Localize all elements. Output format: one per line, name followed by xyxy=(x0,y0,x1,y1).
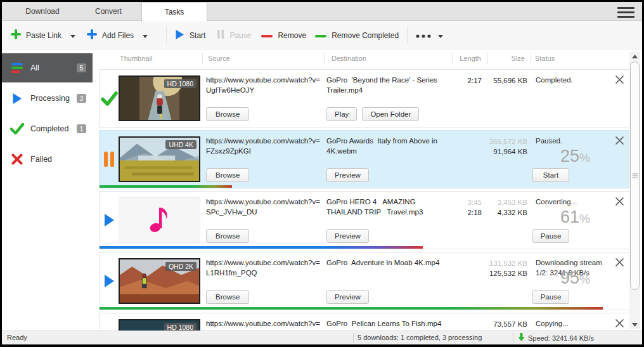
status-bar: Ready 5 downloads: 1 completed, 3 proces… xyxy=(2,331,642,344)
size-cell: 131,532 KB125,532 KB xyxy=(480,258,527,278)
column-header-length: Length xyxy=(444,55,481,62)
check-icon xyxy=(100,70,119,127)
divider xyxy=(407,27,408,44)
main-area: All 5 Processing 3 Completed 1 Failed Th… xyxy=(2,50,642,331)
close-icon[interactable] xyxy=(614,75,625,86)
close-icon[interactable] xyxy=(614,136,625,147)
status-text: Converting... xyxy=(536,197,614,207)
destination-actions: PlayOpen Folder xyxy=(326,107,419,121)
chevron-down-icon[interactable] xyxy=(143,31,148,40)
destination-filename: GoPro Awards Italy from Above in 4K.webm xyxy=(326,136,451,156)
chevron-down-icon xyxy=(438,31,443,40)
more-menu-button[interactable] xyxy=(416,31,443,40)
size-cell: 55,696 KB xyxy=(480,75,527,86)
browse-button[interactable]: Browse xyxy=(206,107,249,121)
preview-button[interactable]: Preview xyxy=(326,229,369,243)
scroll-up-icon[interactable] xyxy=(629,52,640,61)
check-icon xyxy=(103,93,116,104)
paste-link-button[interactable]: Paste Link xyxy=(11,29,75,41)
pause-icon xyxy=(100,131,119,188)
source-url: https://www.youtube.com/watch?v=FZsxz9Zp… xyxy=(206,136,323,156)
source-url: https://www.youtube.com/watch?v=puJ0smQW… xyxy=(206,319,323,331)
start-button[interactable]: Start xyxy=(532,168,569,182)
count-badge: 5 xyxy=(77,63,86,72)
list-icon xyxy=(10,63,25,73)
length-cell: 3:452:18 xyxy=(445,197,482,218)
play-icon xyxy=(10,93,25,105)
table-row[interactable]: UHD 4K https://www.youtube.com/watch?v=F… xyxy=(99,130,630,188)
browse-button[interactable]: Browse xyxy=(206,168,249,182)
pause-button[interactable]: Pause xyxy=(217,29,251,41)
pause-button[interactable]: Pause xyxy=(532,290,569,304)
video-thumbnail: UHD 4K xyxy=(119,136,200,182)
preview-button[interactable]: Preview xyxy=(326,290,369,304)
scroll-down-icon[interactable] xyxy=(629,320,640,329)
close-icon[interactable] xyxy=(614,258,625,269)
destination-actions: Preview xyxy=(326,229,369,243)
progress-percent: 25% xyxy=(560,147,590,166)
minus-icon xyxy=(261,31,273,40)
source-url: https://www.youtube.com/watch?v=L1RH1fm_… xyxy=(206,258,323,278)
table-row[interactable]: HD 1080 https://www.youtube.com/watch?v=… xyxy=(99,313,630,331)
scrollbar-thumb[interactable] xyxy=(630,62,640,290)
table-row[interactable]: QHD 2K https://www.youtube.com/watch?v=L… xyxy=(99,252,630,310)
progress-bar xyxy=(100,246,423,249)
ellipsis-icon xyxy=(416,31,432,40)
column-header-status: Status xyxy=(535,55,555,62)
destination-filename: GoPro Pelican Learns To Fish.mp4 xyxy=(326,319,451,329)
size-cell: 3,453 KB4,332 KB xyxy=(480,197,527,218)
check-icon xyxy=(10,123,25,134)
chevron-down-icon[interactable] xyxy=(70,31,75,40)
play-icon xyxy=(100,192,119,249)
sidebar-item-processing[interactable]: Processing 3 xyxy=(2,84,93,113)
browse-button[interactable]: Browse xyxy=(206,229,249,243)
table-row[interactable]: HD 1080 https://www.youtube.com/watch?v=… xyxy=(99,69,630,128)
column-header-source: Source xyxy=(208,55,230,62)
source-url: https://www.youtube.com/watch?v=SPc_JVHw… xyxy=(206,197,323,217)
destination-filename: GoPro 'Beyond the Race' - Series Trailer… xyxy=(326,75,451,95)
scrollbar[interactable] xyxy=(629,52,640,329)
tab-bar: Download Convert Tasks xyxy=(2,2,642,21)
table-row[interactable]: https://www.youtube.com/watch?v=SPc_JVHw… xyxy=(99,191,630,249)
progress-bar xyxy=(100,185,232,188)
video-thumbnail: QHD 2K xyxy=(119,258,200,304)
tab-tasks[interactable]: Tasks xyxy=(141,2,207,22)
sidebar-item-completed[interactable]: Completed 1 xyxy=(2,114,93,143)
count-badge: 1 xyxy=(77,124,86,133)
speed-indicator: Speed: 3241.64 KB/s xyxy=(518,333,594,343)
quality-badge: HD 1080 xyxy=(164,323,196,331)
add-files-button[interactable]: Add Files xyxy=(87,29,148,41)
tab-convert[interactable]: Convert xyxy=(75,2,141,21)
menu-icon[interactable] xyxy=(617,7,634,18)
close-icon[interactable] xyxy=(614,318,625,330)
video-thumbnail xyxy=(119,197,200,243)
column-header-size: Size xyxy=(484,55,525,62)
task-list: HD 1080 https://www.youtube.com/watch?v=… xyxy=(99,69,630,331)
length-cell: 2:17 xyxy=(445,75,482,86)
divider xyxy=(166,27,167,44)
table-header: Thumbnail Source Destination Length Size… xyxy=(99,50,630,68)
remove-completed-button[interactable]: Remove Completed xyxy=(315,31,399,40)
remove-button[interactable]: Remove xyxy=(261,31,306,40)
status-text: Copying... xyxy=(536,319,614,329)
open-folder-button[interactable]: Open Folder xyxy=(362,107,419,121)
preview-button[interactable]: Preview xyxy=(326,168,369,182)
tab-download[interactable]: Download xyxy=(10,2,75,21)
sidebar-item-all[interactable]: All 5 xyxy=(2,53,93,82)
progress-percent: 95% xyxy=(560,268,590,288)
browse-button[interactable]: Browse xyxy=(206,290,249,304)
video-thumbnail: HD 1080 xyxy=(119,319,200,331)
plus-icon xyxy=(11,29,21,41)
sidebar-item-failed[interactable]: Failed xyxy=(2,145,93,174)
sidebar: All 5 Processing 3 Completed 1 Failed xyxy=(2,50,93,331)
pause-button[interactable]: Pause xyxy=(532,229,569,243)
close-icon[interactable] xyxy=(614,197,625,208)
downloads-summary: 5 downloads: 1 completed, 3 processing xyxy=(357,334,482,341)
column-header-thumbnail: Thumbnail xyxy=(120,55,152,62)
status-ready: Ready xyxy=(7,334,27,341)
download-arrow-icon xyxy=(518,333,525,343)
start-button[interactable]: Start xyxy=(175,29,205,42)
destination-actions: Preview xyxy=(326,168,369,182)
video-thumbnail: HD 1080 xyxy=(119,75,200,121)
play-button[interactable]: Play xyxy=(326,107,357,121)
